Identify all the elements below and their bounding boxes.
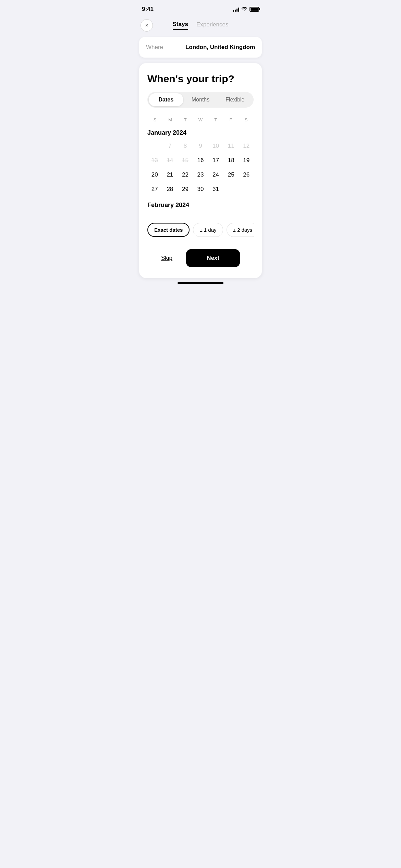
tab-months[interactable]: Months (183, 93, 218, 106)
cal-day-9: 9 (193, 139, 208, 153)
bottom-bar: Skip Next (153, 242, 248, 278)
month-title-feb: February 2024 (147, 202, 254, 209)
cal-day-20[interactable]: 20 (147, 168, 162, 182)
cal-day-27[interactable]: 27 (147, 182, 162, 196)
flex-exact-dates[interactable]: Exact dates (147, 223, 190, 237)
calendar-grid-jan: 7 8 9 10 11 12 13 14 15 16 17 18 19 20 2… (147, 139, 254, 196)
flex-1day[interactable]: ± 1 day (193, 223, 223, 237)
header: × Stays Experiences (134, 16, 267, 37)
cal-day-29[interactable]: 29 (178, 182, 193, 196)
skip-button[interactable]: Skip (161, 255, 172, 262)
flex-2days[interactable]: ± 2 days (227, 223, 254, 237)
day-header-s1: S (147, 116, 162, 124)
cal-day-24[interactable]: 24 (208, 168, 223, 182)
cal-day-19[interactable]: 19 (239, 154, 254, 167)
close-button[interactable]: × (141, 19, 153, 32)
day-header-t2: T (208, 116, 223, 124)
cal-day-14: 14 (163, 154, 178, 167)
tab-experiences[interactable]: Experiences (196, 21, 229, 29)
tab-stays[interactable]: Stays (173, 21, 188, 30)
cal-day-31[interactable]: 31 (208, 182, 223, 196)
cal-day-23[interactable]: 23 (193, 168, 208, 182)
day-header-f: F (223, 116, 238, 124)
status-bar: 9:41 (134, 0, 267, 16)
day-header-t1: T (178, 116, 193, 124)
cal-day-21[interactable]: 21 (163, 168, 178, 182)
calendar: S M T W T F S January 2024 7 8 9 10 11 1… (147, 116, 254, 214)
next-button[interactable]: Next (186, 249, 240, 267)
month-title-jan: January 2024 (147, 129, 254, 136)
cal-day-12: 12 (239, 139, 254, 153)
cal-day-25[interactable]: 25 (224, 168, 239, 182)
day-header-m: M (162, 116, 178, 124)
cal-day-30[interactable]: 30 (193, 182, 208, 196)
tab-flexible[interactable]: Flexible (218, 93, 252, 106)
status-time: 9:41 (142, 6, 154, 13)
cal-day-15: 15 (178, 154, 193, 167)
flexibility-row: Exact dates ± 1 day ± 2 days ± 3 days (147, 217, 254, 242)
cal-day-28[interactable]: 28 (163, 182, 178, 196)
cal-day-16[interactable]: 16 (193, 154, 208, 167)
cal-day-7: 7 (163, 139, 178, 153)
trip-title: When's your trip? (147, 73, 254, 85)
cal-day-10: 10 (208, 139, 223, 153)
cal-day-17[interactable]: 17 (208, 154, 223, 167)
battery-icon (250, 7, 259, 12)
cal-day-11: 11 (224, 139, 239, 153)
day-header-s2: S (239, 116, 254, 124)
where-value: London, United Kingdom (185, 44, 255, 51)
day-headers: S M T W T F S (147, 116, 254, 124)
wifi-icon (241, 7, 247, 12)
status-icons (233, 7, 259, 12)
cal-day-18[interactable]: 18 (224, 154, 239, 167)
where-label: Where (146, 44, 163, 51)
date-type-tabs: Dates Months Flexible (147, 92, 254, 108)
signal-icon (233, 7, 239, 12)
where-card[interactable]: Where London, United Kingdom (139, 37, 262, 58)
day-header-w: W (193, 116, 208, 124)
cal-day-8: 8 (178, 139, 193, 153)
cal-day-22[interactable]: 22 (178, 168, 193, 182)
main-card: When's your trip? Dates Months Flexible … (139, 63, 262, 278)
header-tabs: Stays Experiences (173, 21, 229, 30)
home-indicator (178, 282, 223, 284)
cal-day-13: 13 (147, 154, 162, 167)
cal-day-26[interactable]: 26 (239, 168, 254, 182)
tab-dates[interactable]: Dates (149, 93, 183, 106)
